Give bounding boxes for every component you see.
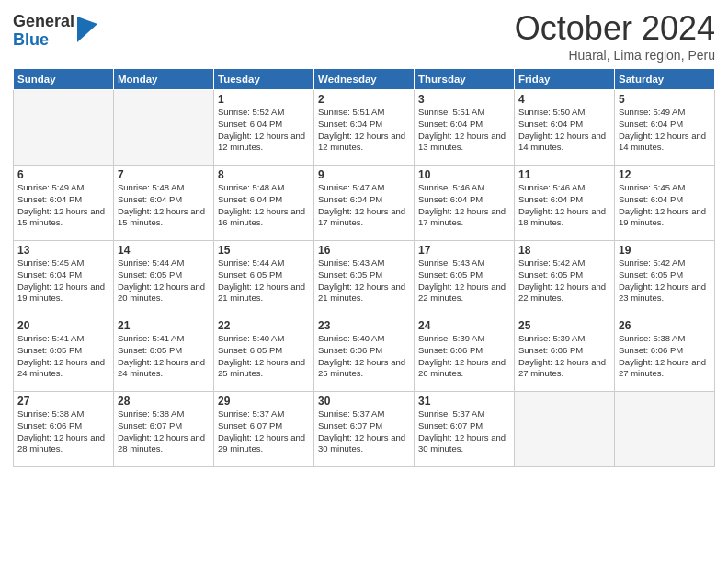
week-row-4: 20Sunrise: 5:41 AMSunset: 6:05 PMDayligh… bbox=[14, 316, 715, 392]
day-info: Sunrise: 5:41 AMSunset: 6:05 PMDaylight:… bbox=[17, 333, 109, 380]
day-info: Sunrise: 5:43 AMSunset: 6:05 PMDaylight:… bbox=[318, 258, 410, 304]
day-number: 11 bbox=[518, 168, 610, 181]
calendar-table: SundayMondayTuesdayWednesdayThursdayFrid… bbox=[13, 68, 715, 467]
day-info: Sunrise: 5:41 AMSunset: 6:05 PMDaylight:… bbox=[118, 333, 210, 380]
day-cell: 29Sunrise: 5:37 AMSunset: 6:07 PMDayligh… bbox=[214, 392, 314, 467]
day-info: Sunrise: 5:38 AMSunset: 6:07 PMDaylight:… bbox=[118, 408, 210, 455]
day-number: 20 bbox=[17, 319, 109, 332]
day-cell: 5Sunrise: 5:49 AMSunset: 6:04 PMDaylight… bbox=[615, 90, 715, 166]
day-number: 16 bbox=[318, 244, 410, 257]
day-cell: 12Sunrise: 5:45 AMSunset: 6:04 PMDayligh… bbox=[615, 166, 715, 241]
week-row-2: 6Sunrise: 5:49 AMSunset: 6:04 PMDaylight… bbox=[14, 166, 715, 241]
day-cell: 8Sunrise: 5:48 AMSunset: 6:04 PMDaylight… bbox=[214, 166, 314, 241]
header: General Blue October 2024 Huaral, Lima r… bbox=[13, 9, 715, 63]
day-cell bbox=[114, 90, 214, 166]
day-cell: 25Sunrise: 5:39 AMSunset: 6:06 PMDayligh… bbox=[515, 316, 615, 392]
day-info: Sunrise: 5:52 AMSunset: 6:04 PMDaylight:… bbox=[218, 107, 310, 154]
day-number: 31 bbox=[418, 395, 510, 408]
day-cell: 1Sunrise: 5:52 AMSunset: 6:04 PMDaylight… bbox=[214, 90, 314, 166]
logo: General Blue bbox=[13, 13, 97, 50]
day-cell bbox=[515, 392, 615, 467]
logo-blue: Blue bbox=[13, 31, 74, 50]
day-number: 19 bbox=[619, 244, 711, 257]
day-number: 7 bbox=[118, 168, 210, 181]
col-header-thursday: Thursday bbox=[415, 69, 515, 90]
day-cell: 14Sunrise: 5:44 AMSunset: 6:05 PMDayligh… bbox=[114, 241, 214, 316]
day-cell: 21Sunrise: 5:41 AMSunset: 6:05 PMDayligh… bbox=[114, 316, 214, 392]
day-info: Sunrise: 5:46 AMSunset: 6:04 PMDaylight:… bbox=[518, 182, 610, 229]
day-cell: 26Sunrise: 5:38 AMSunset: 6:06 PMDayligh… bbox=[615, 316, 715, 392]
day-info: Sunrise: 5:47 AMSunset: 6:04 PMDaylight:… bbox=[318, 182, 410, 229]
day-cell: 18Sunrise: 5:42 AMSunset: 6:05 PMDayligh… bbox=[515, 241, 615, 316]
col-header-saturday: Saturday bbox=[615, 69, 715, 90]
day-number: 30 bbox=[318, 395, 410, 408]
day-cell: 13Sunrise: 5:45 AMSunset: 6:04 PMDayligh… bbox=[14, 241, 114, 316]
day-cell: 22Sunrise: 5:40 AMSunset: 6:05 PMDayligh… bbox=[214, 316, 314, 392]
day-info: Sunrise: 5:48 AMSunset: 6:04 PMDaylight:… bbox=[218, 182, 310, 229]
day-cell: 28Sunrise: 5:38 AMSunset: 6:07 PMDayligh… bbox=[114, 392, 214, 467]
header-row: SundayMondayTuesdayWednesdayThursdayFrid… bbox=[14, 69, 715, 90]
day-cell: 15Sunrise: 5:44 AMSunset: 6:05 PMDayligh… bbox=[214, 241, 314, 316]
day-info: Sunrise: 5:38 AMSunset: 6:06 PMDaylight:… bbox=[619, 333, 711, 380]
day-number: 23 bbox=[318, 319, 410, 332]
day-cell: 19Sunrise: 5:42 AMSunset: 6:05 PMDayligh… bbox=[615, 241, 715, 316]
day-cell: 23Sunrise: 5:40 AMSunset: 6:06 PMDayligh… bbox=[314, 316, 415, 392]
day-info: Sunrise: 5:49 AMSunset: 6:04 PMDaylight:… bbox=[17, 182, 109, 229]
col-header-friday: Friday bbox=[515, 69, 615, 90]
day-cell: 20Sunrise: 5:41 AMSunset: 6:05 PMDayligh… bbox=[14, 316, 114, 392]
day-number: 3 bbox=[418, 93, 510, 106]
day-number: 28 bbox=[118, 395, 210, 408]
day-info: Sunrise: 5:42 AMSunset: 6:05 PMDaylight:… bbox=[619, 258, 711, 304]
day-info: Sunrise: 5:44 AMSunset: 6:05 PMDaylight:… bbox=[118, 258, 210, 304]
day-info: Sunrise: 5:40 AMSunset: 6:06 PMDaylight:… bbox=[318, 333, 410, 380]
day-number: 15 bbox=[218, 244, 310, 257]
day-number: 8 bbox=[218, 168, 310, 181]
day-cell: 16Sunrise: 5:43 AMSunset: 6:05 PMDayligh… bbox=[314, 241, 415, 316]
day-number: 17 bbox=[418, 244, 510, 257]
day-info: Sunrise: 5:40 AMSunset: 6:05 PMDaylight:… bbox=[218, 333, 310, 380]
day-info: Sunrise: 5:38 AMSunset: 6:06 PMDaylight:… bbox=[17, 408, 109, 455]
day-number: 12 bbox=[619, 168, 711, 181]
day-number: 27 bbox=[17, 395, 109, 408]
day-cell bbox=[615, 392, 715, 467]
day-cell: 7Sunrise: 5:48 AMSunset: 6:04 PMDaylight… bbox=[114, 166, 214, 241]
week-row-1: 1Sunrise: 5:52 AMSunset: 6:04 PMDaylight… bbox=[14, 90, 715, 166]
day-info: Sunrise: 5:45 AMSunset: 6:04 PMDaylight:… bbox=[17, 258, 109, 304]
day-number: 24 bbox=[418, 319, 510, 332]
day-cell: 31Sunrise: 5:37 AMSunset: 6:07 PMDayligh… bbox=[415, 392, 515, 467]
day-info: Sunrise: 5:42 AMSunset: 6:05 PMDaylight:… bbox=[518, 258, 610, 304]
subtitle: Huaral, Lima region, Peru bbox=[515, 48, 715, 63]
day-info: Sunrise: 5:39 AMSunset: 6:06 PMDaylight:… bbox=[418, 333, 510, 380]
day-cell: 17Sunrise: 5:43 AMSunset: 6:05 PMDayligh… bbox=[415, 241, 515, 316]
day-info: Sunrise: 5:46 AMSunset: 6:04 PMDaylight:… bbox=[418, 182, 510, 229]
day-number: 1 bbox=[218, 93, 310, 106]
day-cell: 27Sunrise: 5:38 AMSunset: 6:06 PMDayligh… bbox=[14, 392, 114, 467]
day-info: Sunrise: 5:49 AMSunset: 6:04 PMDaylight:… bbox=[619, 107, 711, 154]
logo-general: General bbox=[13, 13, 74, 31]
day-cell: 24Sunrise: 5:39 AMSunset: 6:06 PMDayligh… bbox=[415, 316, 515, 392]
day-info: Sunrise: 5:37 AMSunset: 6:07 PMDaylight:… bbox=[418, 408, 510, 455]
day-number: 2 bbox=[318, 93, 410, 106]
col-header-wednesday: Wednesday bbox=[314, 69, 415, 90]
day-cell: 6Sunrise: 5:49 AMSunset: 6:04 PMDaylight… bbox=[14, 166, 114, 241]
day-cell: 4Sunrise: 5:50 AMSunset: 6:04 PMDaylight… bbox=[515, 90, 615, 166]
day-number: 10 bbox=[418, 168, 510, 181]
logo-text: General Blue bbox=[13, 13, 74, 50]
day-info: Sunrise: 5:45 AMSunset: 6:04 PMDaylight:… bbox=[619, 182, 711, 229]
day-info: Sunrise: 5:50 AMSunset: 6:04 PMDaylight:… bbox=[518, 107, 610, 154]
day-number: 18 bbox=[518, 244, 610, 257]
day-number: 26 bbox=[619, 319, 711, 332]
col-header-tuesday: Tuesday bbox=[214, 69, 314, 90]
day-number: 25 bbox=[518, 319, 610, 332]
day-number: 14 bbox=[118, 244, 210, 257]
day-number: 29 bbox=[218, 395, 310, 408]
week-row-3: 13Sunrise: 5:45 AMSunset: 6:04 PMDayligh… bbox=[14, 241, 715, 316]
title-block: October 2024 Huaral, Lima region, Peru bbox=[515, 9, 715, 63]
col-header-sunday: Sunday bbox=[14, 69, 114, 90]
day-number: 22 bbox=[218, 319, 310, 332]
day-info: Sunrise: 5:37 AMSunset: 6:07 PMDaylight:… bbox=[318, 408, 410, 455]
day-cell bbox=[14, 90, 114, 166]
logo-icon bbox=[77, 17, 97, 42]
day-cell: 3Sunrise: 5:51 AMSunset: 6:04 PMDaylight… bbox=[415, 90, 515, 166]
day-number: 4 bbox=[518, 93, 610, 106]
